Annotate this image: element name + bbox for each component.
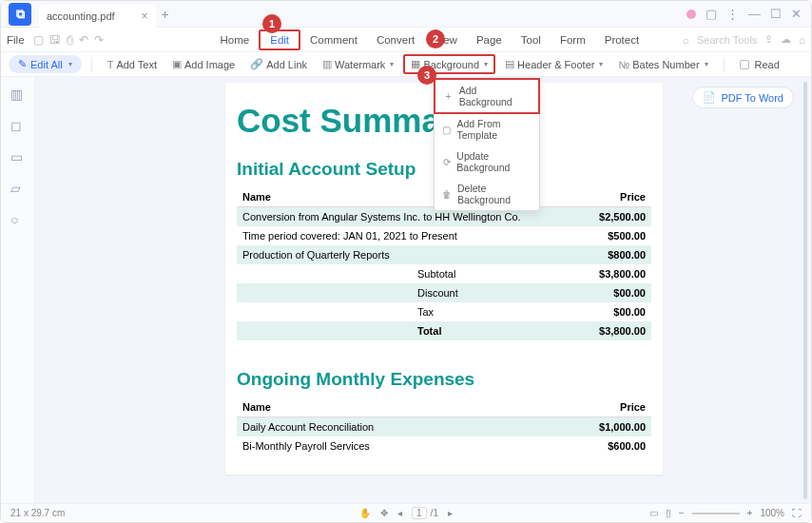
statusbar: 21 x 29.7 cm ✋ ✥ ◂ 1 /1 ▸ ▭ ▯ − + 100% ⛶ <box>1 503 811 522</box>
user-avatar[interactable] <box>686 10 696 19</box>
hand-icon[interactable]: ✋ <box>359 508 371 518</box>
print-icon[interactable]: ⎙ <box>67 33 73 47</box>
col-name: Name <box>237 397 532 417</box>
link-icon: 🔗 <box>250 58 263 70</box>
read-button[interactable]: Read <box>734 57 785 72</box>
close-icon[interactable]: × <box>142 10 148 23</box>
layout-icon[interactable]: ▯ <box>666 508 671 518</box>
chevron-down-icon: ▾ <box>599 60 603 68</box>
watermark-icon: ▥ <box>322 58 332 70</box>
add-image-button[interactable]: ▣Add Image <box>166 56 241 72</box>
move-icon[interactable]: ✥ <box>380 508 388 518</box>
save-icon[interactable]: 🖫 <box>49 33 61 47</box>
fullscreen-icon[interactable]: ⛶ <box>792 508 802 518</box>
cloud-icon[interactable]: ☁ <box>781 33 791 46</box>
watermark-button[interactable]: ▥Watermark▾ <box>317 56 399 72</box>
menu-edit[interactable]: Edit <box>259 29 300 50</box>
background-dropdown: +Add Background ▢Add From Template ⟳Upda… <box>434 78 540 211</box>
bookmark-icon[interactable]: ◻ <box>10 118 25 132</box>
scrollbar[interactable] <box>803 82 807 499</box>
header-footer-button[interactable]: ▤Header & Footer▾ <box>499 56 609 72</box>
zoom-in-icon[interactable]: + <box>747 508 753 518</box>
share-icon[interactable]: ⇪ <box>764 33 773 46</box>
add-background-item[interactable]: +Add Background <box>434 78 540 114</box>
bates-button[interactable]: №Bates Number▾ <box>612 57 713 72</box>
more-icon[interactable]: ⋮ <box>726 7 739 21</box>
open-icon[interactable]: ▢ <box>33 33 44 47</box>
redo-icon[interactable]: ↷ <box>94 33 104 47</box>
menu-convert[interactable]: Convert <box>367 31 424 48</box>
layers-icon[interactable]: ▭ <box>10 149 25 164</box>
col-price: Price <box>582 187 651 207</box>
chevron-down-icon: ▾ <box>705 60 708 68</box>
table-row: Daily Account Reconciliation$1,000.00 <box>237 417 651 437</box>
main-area: ▥ ◻ ▭ ▱ ○ Cost Summary Initial Account S… <box>1 77 811 503</box>
attachments-icon[interactable]: ▱ <box>10 181 25 195</box>
maximize-icon[interactable]: ☐ <box>770 7 782 21</box>
tab-label: accounting.pdf <box>47 10 115 22</box>
menu-protect[interactable]: Protect <box>595 31 648 48</box>
col-price: Price <box>532 397 651 417</box>
update-background-item[interactable]: ⟳Update Background <box>435 145 539 178</box>
label: Add From Template <box>456 118 532 141</box>
menu-form[interactable]: Form <box>551 31 595 48</box>
template-icon: ▢ <box>442 125 451 135</box>
menu-tool[interactable]: Tool <box>512 31 551 48</box>
notification-icon[interactable]: ▢ <box>706 7 717 21</box>
settings-icon[interactable]: ⌂ <box>799 34 805 46</box>
table-row: Production of Quarterly Reports$800.00 <box>237 245 651 264</box>
subtotal-row: Subtotal$3,800.00 <box>237 264 651 283</box>
add-from-template-item[interactable]: ▢Add From Template <box>435 113 539 145</box>
page-indicator[interactable]: 1 /1 <box>412 507 438 519</box>
menu-file[interactable]: File <box>7 34 25 46</box>
convert-icon: 📄 <box>703 91 716 104</box>
label: Add Image <box>184 59 235 70</box>
add-link-button[interactable]: 🔗Add Link <box>244 56 313 72</box>
callout-3: 3 <box>417 66 436 85</box>
header-footer-icon: ▤ <box>505 58 514 70</box>
label: Add Link <box>266 59 307 70</box>
separator <box>91 57 92 72</box>
edit-all-button[interactable]: ✎ Edit All ▾ <box>9 55 82 73</box>
search-panel-icon[interactable]: ○ <box>10 212 25 226</box>
edit-all-label: Edit All <box>30 59 63 70</box>
total-row: Total$3,800.00 <box>237 321 651 340</box>
table-expenses: NamePrice Daily Account Reconciliation$1… <box>237 397 651 455</box>
zoom-out-icon[interactable]: − <box>679 508 685 518</box>
chevron-down-icon: ▾ <box>68 60 72 68</box>
add-tab-button[interactable]: + <box>162 7 169 22</box>
label: Add Text <box>116 59 157 70</box>
menu-home[interactable]: Home <box>211 31 260 48</box>
undo-icon[interactable]: ↶ <box>79 33 88 47</box>
minimize-icon[interactable]: — <box>748 7 761 21</box>
app-logo: ⧉ <box>9 3 31 26</box>
trash-icon: 🗑 <box>442 189 452 200</box>
label: Watermark <box>335 59 385 70</box>
search-tools-input[interactable]: Search Tools <box>697 34 757 46</box>
prev-page-icon[interactable]: ◂ <box>397 508 402 518</box>
menu-page[interactable]: Page <box>467 31 512 48</box>
tab-document[interactable]: accounting.pdf × <box>39 5 156 28</box>
zoom-slider[interactable] <box>692 513 740 514</box>
add-text-button[interactable]: TAdd Text <box>102 57 163 72</box>
label: Bates Number <box>632 59 699 70</box>
next-page-icon[interactable]: ▸ <box>448 508 453 518</box>
bates-icon: № <box>618 59 629 70</box>
pdf-to-word-button[interactable]: 📄 PDF To Word <box>692 87 794 108</box>
checkbox-icon <box>740 60 749 69</box>
fit-icon[interactable]: ▭ <box>649 508 658 518</box>
menubar: File ▢ 🖫 ⎙ ↶ ↷ Home Edit Comment Convert… <box>1 28 811 52</box>
chevron-down-icon: ▾ <box>390 60 394 68</box>
thumbnails-icon[interactable]: ▥ <box>10 87 25 101</box>
callout-1: 1 <box>262 14 281 33</box>
delete-background-item[interactable]: 🗑Delete Background <box>435 178 539 210</box>
label: Update Background <box>456 150 532 173</box>
menu-comment[interactable]: Comment <box>300 31 367 48</box>
page-dimensions: 21 x 29.7 cm <box>10 508 65 518</box>
tax-row: Tax$00.00 <box>237 302 651 321</box>
titlebar: ⧉ accounting.pdf × + ▢ ⋮ — ☐ ✕ <box>1 1 811 28</box>
document-canvas[interactable]: Cost Summary Initial Account Setup NameP… <box>35 77 811 503</box>
label: Delete Background <box>457 183 532 205</box>
search-icon[interactable]: ⌕ <box>683 34 689 46</box>
close-window-icon[interactable]: ✕ <box>791 7 802 21</box>
